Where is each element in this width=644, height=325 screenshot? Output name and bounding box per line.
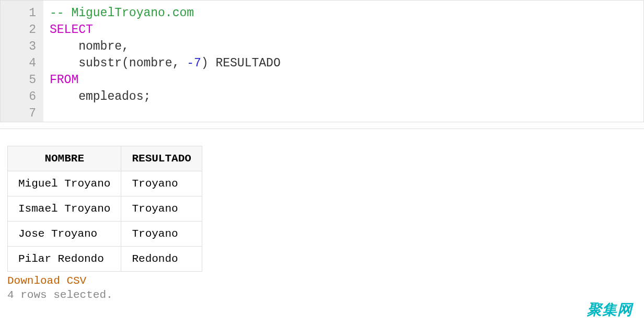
line-number: 2 bbox=[1, 21, 36, 38]
sql-editor[interactable]: 1 2 3 4 5 6 7 -- MiguelTroyano.com SELEC… bbox=[0, 0, 644, 122]
line-number: 1 bbox=[1, 5, 36, 21]
code-text: nombre, bbox=[50, 40, 129, 53]
code-text: ) RESULTADO bbox=[201, 56, 281, 70]
line-number: 7 bbox=[1, 105, 36, 122]
line-number-gutter: 1 2 3 4 5 6 7 bbox=[1, 1, 43, 122]
table-row: Pilar Redondo Redondo bbox=[8, 247, 202, 272]
cell-nombre: Miguel Troyano bbox=[8, 171, 121, 196]
code-number: -7 bbox=[187, 56, 201, 70]
table-row: Jose Troyano Troyano bbox=[8, 222, 202, 247]
cell-resultado: Troyano bbox=[121, 196, 202, 222]
code-text: empleados; bbox=[50, 90, 151, 103]
code-text: substr(nombre, bbox=[50, 56, 187, 70]
results-panel: NOMBRE RESULTADO Miguel Troyano Troyano … bbox=[0, 129, 644, 301]
line-number: 6 bbox=[1, 88, 36, 105]
cell-resultado: Troyano bbox=[121, 171, 202, 196]
code-keyword: SELECT bbox=[50, 23, 93, 37]
results-table: NOMBRE RESULTADO Miguel Troyano Troyano … bbox=[7, 146, 202, 272]
line-number: 3 bbox=[1, 38, 36, 55]
watermark: 聚集网 bbox=[587, 300, 632, 320]
download-csv-link[interactable]: Download CSV bbox=[7, 275, 86, 287]
line-number: 5 bbox=[1, 72, 36, 88]
line-number: 4 bbox=[1, 55, 36, 72]
cell-resultado: Troyano bbox=[121, 222, 202, 247]
cell-resultado: Redondo bbox=[121, 247, 202, 272]
cell-nombre: Ismael Troyano bbox=[8, 196, 121, 222]
code-comment: -- MiguelTroyano.com bbox=[50, 6, 194, 20]
cell-nombre: Pilar Redondo bbox=[8, 247, 121, 272]
cell-nombre: Jose Troyano bbox=[8, 222, 121, 247]
code-keyword: FROM bbox=[50, 73, 78, 87]
code-area[interactable]: -- MiguelTroyano.com SELECT nombre, subs… bbox=[43, 1, 643, 122]
table-row: Miguel Troyano Troyano bbox=[8, 171, 202, 196]
column-header-resultado: RESULTADO bbox=[121, 146, 202, 171]
column-header-nombre: NOMBRE bbox=[8, 146, 121, 171]
table-row: Ismael Troyano Troyano bbox=[8, 196, 202, 222]
status-text: 4 rows selected. bbox=[7, 289, 637, 301]
table-header-row: NOMBRE RESULTADO bbox=[8, 146, 202, 171]
